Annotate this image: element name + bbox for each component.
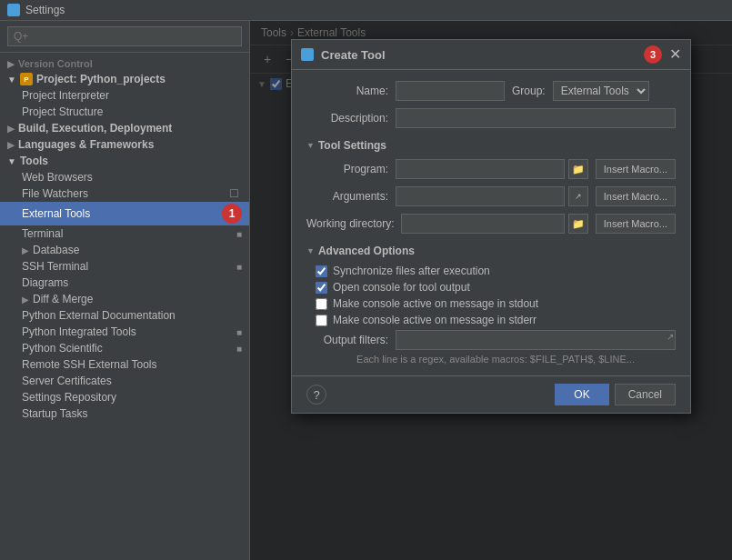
output-filters-hint: Each line is a regex, available macros: … [306, 354, 676, 365]
help-button[interactable]: ? [306, 385, 326, 405]
arrow-icon: ▶ [7, 140, 15, 150]
sidebar-item-settings-repo[interactable]: Settings Repository [0, 389, 249, 405]
output-filters-label: Output filters: [306, 334, 388, 346]
sidebar-item-web-browsers[interactable]: Web Browsers [0, 169, 249, 185]
terminal-icon: ■ [236, 229, 242, 239]
output-filters-input[interactable] [396, 330, 676, 350]
advanced-options-section: Synchronize files after execution Open c… [306, 265, 676, 365]
working-dir-browse-button[interactable]: 📁 [568, 214, 588, 234]
main-content: ▶ Version Control ▼ P Project: Python_pr… [0, 21, 732, 560]
console-stderr-label: Make console active on message in stderr [333, 314, 536, 326]
working-dir-label: Working directory: [306, 217, 394, 230]
description-label: Description: [306, 112, 388, 125]
working-dir-input-group: 📁 [401, 214, 587, 234]
description-input[interactable] [396, 108, 676, 128]
working-dir-row: Working directory: 📁 Insert Macro... [306, 214, 676, 234]
sidebar-item-ssh-terminal[interactable]: SSH Terminal ■ [0, 258, 249, 275]
sidebar-item-version-control[interactable]: ▶ Version Control [0, 56, 249, 71]
sidebar-item-python-ext-docs[interactable]: Python External Documentation [0, 307, 249, 324]
ssh-icon: ■ [236, 262, 242, 272]
window-title: Settings [25, 4, 65, 16]
dialog-app-icon [301, 48, 314, 61]
file-watchers-icon: ☐ [229, 187, 242, 200]
ok-button[interactable]: OK [555, 384, 608, 405]
sidebar-item-project-interpreter[interactable]: Project Interpreter [0, 87, 249, 104]
program-row: Program: 📁 Insert Macro... [306, 159, 676, 179]
project-icon: P [20, 73, 33, 85]
program-insert-macro-button[interactable]: Insert Macro... [596, 159, 676, 179]
create-tool-dialog: Create Tool 3 ✕ Name: Group: External To… [291, 39, 691, 414]
scientific-icon: ■ [236, 344, 242, 354]
dialog-overlay: Create Tool 3 ✕ Name: Group: External To… [250, 21, 732, 560]
arguments-label: Arguments: [306, 190, 388, 203]
working-dir-insert-macro-button[interactable]: Insert Macro... [596, 214, 676, 234]
search-bar [0, 21, 249, 53]
title-bar: Settings [0, 0, 732, 21]
console-stdout-row: Make console active on message in stdout [306, 297, 676, 310]
console-stdout-checkbox[interactable] [316, 298, 327, 310]
group-label: Group: [512, 85, 546, 97]
app-icon [7, 4, 20, 16]
program-browse-button[interactable]: 📁 [568, 159, 588, 179]
annotation-1: 1 [222, 204, 242, 224]
working-dir-input[interactable] [401, 214, 564, 234]
arguments-browse-button[interactable]: ↗ [568, 186, 588, 206]
footer-buttons: OK Cancel [555, 384, 676, 405]
sidebar-item-project[interactable]: ▼ P Project: Python_projects [0, 71, 249, 87]
sidebar-item-diagrams[interactable]: Diagrams [0, 275, 249, 291]
sidebar-item-terminal[interactable]: Terminal ■ [0, 225, 249, 242]
sidebar-item-tools[interactable]: ▼ Tools [0, 153, 249, 169]
sidebar-item-server-certs[interactable]: Server Certificates [0, 373, 249, 389]
dialog-footer: ? OK Cancel [292, 375, 690, 413]
sidebar-item-file-watchers[interactable]: File Watchers ☐ [0, 185, 249, 202]
program-label: Program: [306, 163, 388, 175]
sidebar-item-startup-tasks[interactable]: Startup Tasks [0, 405, 249, 422]
program-input[interactable] [396, 159, 565, 179]
sync-files-checkbox[interactable] [316, 265, 327, 277]
name-label: Name: [306, 85, 388, 97]
settings-tree: ▶ Version Control ▼ P Project: Python_pr… [0, 53, 249, 560]
console-stdout-label: Make console active on message in stdout [333, 297, 538, 310]
arrow-icon: ▶ [22, 245, 29, 255]
dialog-title: Create Tool [321, 48, 637, 62]
dialog-body: Name: Group: External Tools Description: [292, 70, 690, 375]
sync-files-label: Synchronize files after execution [333, 265, 490, 277]
sidebar-item-project-structure[interactable]: Project Structure [0, 104, 249, 120]
sync-files-row: Synchronize files after execution [306, 265, 676, 277]
sidebar-item-python-int-tools[interactable]: Python Integrated Tools ■ [0, 324, 249, 340]
sidebar-item-remote-ssh[interactable]: Remote SSH External Tools [0, 356, 249, 373]
sidebar-item-build[interactable]: ▶ Build, Execution, Deployment [0, 120, 249, 136]
sidebar-item-python-scientific[interactable]: Python Scientific ■ [0, 340, 249, 356]
arrow-icon: ▶ [7, 124, 15, 134]
arrow-icon: ▼ [7, 156, 16, 166]
arrow-icon: ▶ [22, 295, 29, 305]
tool-settings-section-label: Tool Settings [306, 139, 676, 152]
dialog-title-bar: Create Tool 3 ✕ [292, 40, 690, 70]
console-stderr-row: Make console active on message in stderr [306, 314, 676, 326]
annotation-3: 3 [644, 45, 662, 64]
cancel-button[interactable]: Cancel [615, 384, 676, 405]
sidebar-item-external-tools[interactable]: External Tools 1 [0, 202, 249, 225]
arguments-insert-macro-button[interactable]: Insert Macro... [596, 186, 676, 206]
expand-icon: ↗ [667, 332, 674, 342]
name-input[interactable] [396, 81, 505, 101]
arrow-icon: ▼ [7, 75, 16, 85]
search-input[interactable] [7, 26, 242, 46]
int-tools-icon: ■ [236, 327, 242, 337]
sidebar-item-diff-merge[interactable]: ▶ Diff & Merge [0, 291, 249, 307]
console-stderr-checkbox[interactable] [316, 315, 327, 326]
open-console-checkbox[interactable] [316, 282, 327, 294]
arguments-row: Arguments: ↗ Insert Macro... [306, 186, 676, 206]
program-input-group: 📁 [396, 159, 588, 179]
description-row: Description: [306, 108, 676, 128]
group-select[interactable]: External Tools [553, 81, 649, 101]
advanced-options-label: Advanced Options [306, 245, 676, 257]
name-group-row: Name: Group: External Tools [306, 81, 676, 101]
arguments-input[interactable] [396, 186, 565, 206]
output-filters-row: Output filters: ↗ [306, 330, 676, 350]
sidebar-item-languages[interactable]: ▶ Languages & Frameworks [0, 136, 249, 153]
arguments-input-group: ↗ [396, 186, 588, 206]
open-console-row: Open console for tool output [306, 281, 676, 294]
dialog-close-button[interactable]: ✕ [669, 47, 681, 62]
sidebar-item-database[interactable]: ▶ Database [0, 242, 249, 258]
